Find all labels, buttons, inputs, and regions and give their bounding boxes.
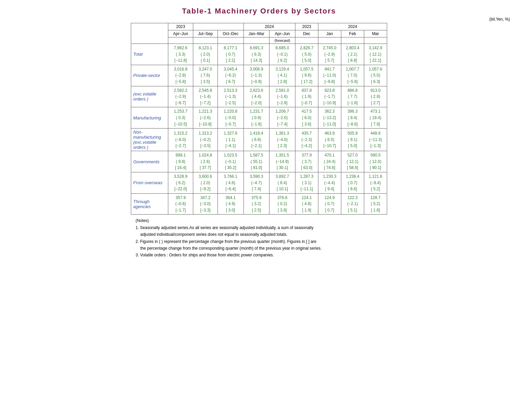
cell-4-3: 1,418.4 ( 6.8) [−2.1] — [243, 129, 269, 151]
cell-5-7: 527.0 ( 12.1) [ 58.6] — [341, 151, 364, 172]
cell-2-4: 2,581.0 (−1.6) [−2.8] — [269, 86, 295, 107]
cell-2-7: 886.8 ( 7.7) [−1.8] — [341, 86, 364, 107]
row-label-6: From overseas — [131, 172, 168, 193]
cell-0-2: 8,177.1 ( 0.7) [ 2.1] — [218, 44, 243, 65]
cell-3-4: 1,206.7 (−2.0) [−7.4] — [269, 107, 295, 129]
header-empty-7 — [341, 37, 364, 44]
cell-4-5: 435.7 (−2.3) [−4.2] — [295, 129, 318, 151]
cell-1-5: 1,057.5 ( 9.6) [ 17.2] — [295, 65, 318, 86]
cell-1-6: 941.7 (−11.0) [−9.8] — [318, 65, 341, 86]
header-2023: 2023 — [168, 23, 193, 30]
cell-3-3: 1,231.7 ( 0.9) [−1.6] — [243, 107, 269, 129]
cell-7-7: 122.3 (−2.1) [ 5.1] — [341, 193, 364, 215]
header-2023-dec: 2023 — [295, 23, 318, 30]
cell-3-5: 417.5 ( 6.0) [ 3.6] — [295, 107, 318, 129]
cell-3-7: 396.3 ( 9.4) [−8.6] — [341, 107, 364, 129]
notes-title: (Notes) — [136, 217, 387, 224]
cell-4-1: 1,313.2 (−0.2) [−3.5] — [193, 129, 218, 151]
table-row: Through agencies357.9 (−0.8) [−1.7]347.2… — [131, 193, 387, 215]
cell-6-8: 1,121.6 (−9.4) [ 5.2] — [364, 172, 387, 193]
row-label-3: Manufacturing — [131, 107, 168, 129]
row-label-7: Through agencies — [131, 193, 168, 215]
cell-1-2: 3,045.4 (−6.2) [ 6.7] — [218, 65, 243, 86]
header-2023-2 — [193, 23, 243, 30]
table-row: Non-manufacturing (exc.volatile orders )… — [131, 129, 387, 151]
header-apr-jun-2024: Apr–Jun — [269, 30, 295, 37]
cell-7-6: 124.9 ( 0.7) [ 0.7] — [318, 193, 341, 215]
cell-6-2: 3,766.1 ( 4.6) [−6.4] — [218, 172, 243, 193]
table-row: Governments999.1 ( 9.8) [ 16.4]1,024.8 (… — [131, 151, 387, 172]
unit-label: (bil.Yen, %) — [7, 17, 511, 22]
cell-2-2: 2,513.3 (−1.3) [−2.5] — [218, 86, 243, 107]
header-row-1: 2023 2024 2023 2024 — [131, 23, 387, 30]
header-empty-2 — [193, 37, 218, 44]
cell-3-1: 1,221.3 (−2.6) [−10.8] — [193, 107, 218, 129]
header-feb: Feb — [341, 30, 364, 37]
cell-0-1: 8,123.1 ( 2.0) [ 0.1] — [193, 44, 218, 65]
header-empty-8 — [364, 37, 387, 44]
header-oct-dec: Oct–Dec — [218, 30, 243, 37]
cell-5-2: 1,023.5 (−0.1) [ 35.2] — [218, 151, 243, 172]
cell-1-7: 1,007.7 ( 7.0) [−5.8] — [341, 65, 364, 86]
header-mar: Mar — [364, 30, 387, 37]
header-empty — [131, 23, 168, 44]
cell-0-4: 8,685.0 (−0.1) [ 9.2] — [269, 44, 295, 65]
note-item-2: 2. Figures in ( ) represent the percenta… — [136, 238, 387, 252]
cell-2-1: 2,545.8 (−1.4) [−7.2] — [193, 86, 218, 107]
header-dec: Dec — [295, 30, 318, 37]
header-2024-monthly: 2024 — [318, 23, 387, 30]
header-2024: 2024 — [243, 23, 295, 30]
cell-0-8: 3,142.9 ( 12.1) [ 22.1] — [364, 44, 387, 65]
cell-2-6: 823.8 (−1.7) [−10.9] — [318, 86, 341, 107]
cell-2-3: 2,623.6 ( 4.4) [−2.0] — [243, 86, 269, 107]
cell-6-7: 1,238.4 ( 0.7) [ 8.6] — [341, 172, 364, 193]
cell-0-6: 2,745.0 (−2.9) [ 5.7] — [318, 44, 341, 65]
cell-5-8: 590.5 ( 12.0) [ 90.1] — [364, 151, 387, 172]
row-label-5: Governments — [131, 151, 168, 172]
note-item-3: 3. Volatile orders : Orders for ships an… — [136, 252, 387, 258]
header-empty-1 — [168, 37, 193, 44]
table-row: Private-sector3,016.8 (−2.8) [−5.8]3,247… — [131, 65, 387, 86]
cell-3-2: 1,220.8 (−0.0) [−0.7] — [218, 107, 243, 129]
cell-7-8: 128.7 ( 5.2) [ 1.8] — [364, 193, 387, 215]
cell-2-8: 913.0 ( 2.9) [ 2.7] — [364, 86, 387, 107]
header-row-3: (forecast) — [131, 37, 387, 44]
cell-4-8: 448.6 (−11.3) [−1.3] — [364, 129, 387, 151]
page-title: Table-1 Machinery Orders by Sectors — [7, 7, 511, 16]
header-jan-mar: Jan–Mar — [243, 30, 269, 37]
cell-2-5: 837.8 ( 1.9) [−0.7] — [295, 86, 318, 107]
header-apr-jun-2023: Apr–Jun — [168, 30, 193, 37]
cell-5-4: 1,351.5 (−14.9) [ 30.1] — [269, 151, 295, 172]
cell-6-6: 1,230.3 (−4.4) [ 9.4] — [318, 172, 341, 193]
cell-4-7: 505.9 ( 9.1) [ 5.0] — [341, 129, 364, 151]
cell-5-1: 1,024.8 ( 2.6) [ 37.7] — [193, 151, 218, 172]
cell-3-0: 1,253.7 ( 0.3) [−10.5] — [168, 107, 193, 129]
cell-7-5: 124.1 ( 4.8) [ 1.9] — [295, 193, 318, 215]
cell-3-8: 473.1 ( 19.4) [ 7.9] — [364, 107, 387, 129]
cell-5-6: 470.1 ( 24.4) [ 74.6] — [318, 151, 341, 172]
header-empty-5 — [295, 37, 318, 44]
notes-section: (Notes) 1. Seasonally adjusted series.As… — [131, 217, 387, 258]
header-empty-6 — [318, 37, 341, 44]
row-label-4: Non-manufacturing (exc.volatile orders ) — [131, 129, 168, 151]
cell-2-0: 2,582.2 (−2.9) [−6.7] — [168, 86, 193, 107]
row-label-2: (exc.volatile orders ) — [131, 86, 168, 107]
header-empty-3 — [218, 37, 243, 44]
cell-4-0: 1,315.2 (−8.0) [−2.7] — [168, 129, 193, 151]
cell-7-2: 364.1 ( 4.9) [ 3.0] — [218, 193, 243, 215]
header-forecast: (forecast) — [269, 37, 295, 44]
cell-4-2: 1,327.6 ( 1.1) [−4.1] — [218, 129, 243, 151]
cell-7-0: 357.9 (−0.8) [−1.7] — [168, 193, 193, 215]
cell-1-1: 3,247.0 ( 7.6) [ 3.5] — [193, 65, 218, 86]
cell-0-3: 8,691.3 ( 6.3) [ 14.3] — [243, 44, 269, 65]
cell-5-0: 999.1 ( 9.8) [ 16.4] — [168, 151, 193, 172]
cell-4-4: 1,361.3 (−4.0) [ 2.3] — [269, 129, 295, 151]
header-jul-sep: Jul–Sep — [193, 30, 218, 37]
cell-7-1: 347.2 (−3.0) [−3.3] — [193, 193, 218, 215]
cell-0-5: 2,826.7 ( 5.0) [ 5.0] — [295, 44, 318, 65]
cell-7-4: 376.6 ( 0.2) [ 3.9] — [269, 193, 295, 215]
cell-1-3: 3,006.9 (−1.3) [−0.9] — [243, 65, 269, 86]
cell-6-5: 1,287.3 ( 3.1) [−11.1] — [295, 172, 318, 193]
cell-7-3: 375.9 ( 3.2) [ 2.5] — [243, 193, 269, 215]
cell-1-4: 3,129.4 ( 4.1) [ 2.8] — [269, 65, 295, 86]
